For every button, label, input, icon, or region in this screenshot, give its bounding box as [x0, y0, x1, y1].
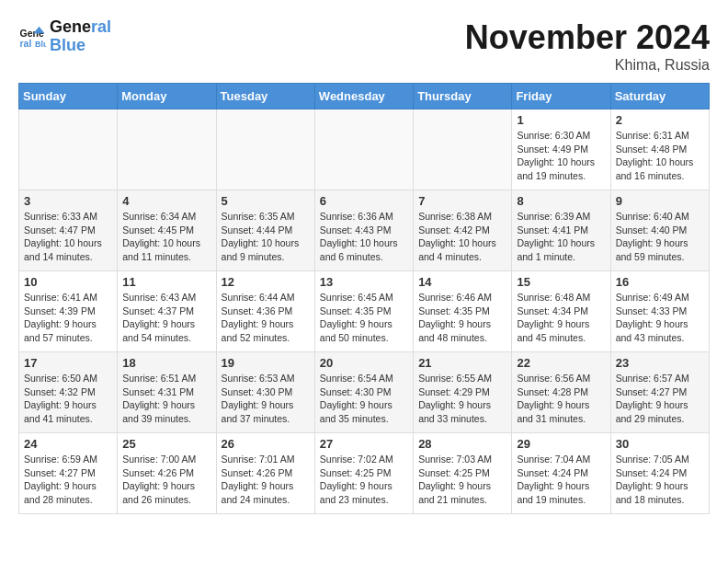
day-content: Sunrise: 6:44 AM Sunset: 4:36 PM Dayligh…: [222, 291, 310, 345]
day-number: 23: [616, 356, 704, 370]
calendar-cell: [118, 109, 216, 190]
calendar-cell: 26Sunrise: 7:01 AM Sunset: 4:26 PM Dayli…: [216, 433, 314, 514]
calendar-cell: 20Sunrise: 6:54 AM Sunset: 4:30 PM Dayli…: [314, 352, 413, 433]
calendar-body: 1Sunrise: 6:30 AM Sunset: 4:49 PM Daylig…: [19, 109, 710, 514]
day-content: Sunrise: 7:00 AM Sunset: 4:26 PM Dayligh…: [122, 453, 210, 507]
day-number: 16: [616, 275, 704, 289]
calendar-week-2: 3Sunrise: 6:33 AM Sunset: 4:47 PM Daylig…: [19, 190, 710, 271]
calendar-header-row: SundayMondayTuesdayWednesdayThursdayFrid…: [19, 84, 710, 109]
logo: Gene ral Blue GeneralBlue: [18, 18, 111, 55]
calendar-cell: [19, 109, 118, 190]
day-number: 14: [418, 275, 506, 289]
calendar-cell: 7Sunrise: 6:38 AM Sunset: 4:42 PM Daylig…: [414, 190, 512, 271]
calendar-cell: 30Sunrise: 7:05 AM Sunset: 4:24 PM Dayli…: [610, 433, 709, 514]
calendar-cell: 5Sunrise: 6:35 AM Sunset: 4:44 PM Daylig…: [216, 190, 314, 271]
calendar-table: SundayMondayTuesdayWednesdayThursdayFrid…: [18, 83, 710, 514]
day-content: Sunrise: 7:01 AM Sunset: 4:26 PM Dayligh…: [222, 453, 310, 507]
day-number: 10: [24, 275, 112, 289]
calendar-cell: 23Sunrise: 6:57 AM Sunset: 4:27 PM Dayli…: [610, 352, 709, 433]
calendar-cell: [414, 109, 512, 190]
calendar-cell: 13Sunrise: 6:45 AM Sunset: 4:35 PM Dayli…: [314, 271, 413, 352]
day-content: Sunrise: 6:56 AM Sunset: 4:28 PM Dayligh…: [517, 372, 605, 426]
day-content: Sunrise: 6:38 AM Sunset: 4:42 PM Dayligh…: [418, 210, 506, 264]
day-content: Sunrise: 6:31 AM Sunset: 4:48 PM Dayligh…: [616, 129, 704, 183]
day-content: Sunrise: 6:43 AM Sunset: 4:37 PM Dayligh…: [122, 291, 210, 345]
calendar-cell: 9Sunrise: 6:40 AM Sunset: 4:40 PM Daylig…: [610, 190, 709, 271]
day-number: 15: [517, 275, 605, 289]
calendar-cell: 6Sunrise: 6:36 AM Sunset: 4:43 PM Daylig…: [314, 190, 413, 271]
day-number: 17: [24, 356, 112, 370]
weekday-header-monday: Monday: [118, 84, 216, 109]
calendar-cell: [216, 109, 314, 190]
logo-icon: Gene ral Blue: [18, 23, 46, 51]
calendar-week-1: 1Sunrise: 6:30 AM Sunset: 4:49 PM Daylig…: [19, 109, 710, 190]
weekday-header-friday: Friday: [512, 84, 610, 109]
calendar-cell: 18Sunrise: 6:51 AM Sunset: 4:31 PM Dayli…: [118, 352, 216, 433]
day-number: 11: [122, 275, 210, 289]
day-content: Sunrise: 6:33 AM Sunset: 4:47 PM Dayligh…: [24, 210, 112, 264]
day-number: 27: [320, 437, 408, 451]
calendar-cell: 4Sunrise: 6:34 AM Sunset: 4:45 PM Daylig…: [118, 190, 216, 271]
day-content: Sunrise: 6:55 AM Sunset: 4:29 PM Dayligh…: [418, 372, 506, 426]
weekday-header-tuesday: Tuesday: [216, 84, 314, 109]
calendar-cell: 10Sunrise: 6:41 AM Sunset: 4:39 PM Dayli…: [19, 271, 118, 352]
calendar-cell: 24Sunrise: 6:59 AM Sunset: 4:27 PM Dayli…: [19, 433, 118, 514]
day-content: Sunrise: 6:46 AM Sunset: 4:35 PM Dayligh…: [418, 291, 506, 345]
weekday-header-wednesday: Wednesday: [314, 84, 413, 109]
month-title: November 2024: [465, 18, 710, 57]
day-number: 26: [222, 437, 310, 451]
calendar-cell: 27Sunrise: 7:02 AM Sunset: 4:25 PM Dayli…: [314, 433, 413, 514]
day-number: 5: [222, 194, 310, 208]
calendar-cell: 22Sunrise: 6:56 AM Sunset: 4:28 PM Dayli…: [512, 352, 610, 433]
day-number: 9: [616, 194, 704, 208]
day-number: 3: [24, 194, 112, 208]
calendar-cell: 19Sunrise: 6:53 AM Sunset: 4:30 PM Dayli…: [216, 352, 314, 433]
day-number: 22: [517, 356, 605, 370]
calendar-cell: 3Sunrise: 6:33 AM Sunset: 4:47 PM Daylig…: [19, 190, 118, 271]
day-number: 1: [517, 113, 605, 127]
calendar-week-4: 17Sunrise: 6:50 AM Sunset: 4:32 PM Dayli…: [19, 352, 710, 433]
day-content: Sunrise: 6:48 AM Sunset: 4:34 PM Dayligh…: [517, 291, 605, 345]
day-number: 20: [320, 356, 408, 370]
day-number: 13: [320, 275, 408, 289]
weekday-header-sunday: Sunday: [19, 84, 118, 109]
day-number: 7: [418, 194, 506, 208]
day-content: Sunrise: 7:05 AM Sunset: 4:24 PM Dayligh…: [616, 453, 704, 507]
weekday-header-thursday: Thursday: [414, 84, 512, 109]
title-area: November 2024 Khima, Russia: [465, 18, 710, 74]
day-content: Sunrise: 6:50 AM Sunset: 4:32 PM Dayligh…: [24, 372, 112, 426]
day-number: 24: [24, 437, 112, 451]
calendar-cell: [314, 109, 413, 190]
day-number: 6: [320, 194, 408, 208]
day-number: 30: [616, 437, 704, 451]
day-content: Sunrise: 6:30 AM Sunset: 4:49 PM Dayligh…: [517, 129, 605, 183]
calendar-cell: 2Sunrise: 6:31 AM Sunset: 4:48 PM Daylig…: [610, 109, 709, 190]
day-content: Sunrise: 7:04 AM Sunset: 4:24 PM Dayligh…: [517, 453, 605, 507]
day-number: 19: [222, 356, 310, 370]
day-number: 8: [517, 194, 605, 208]
day-number: 2: [616, 113, 704, 127]
calendar-cell: 15Sunrise: 6:48 AM Sunset: 4:34 PM Dayli…: [512, 271, 610, 352]
calendar-cell: 1Sunrise: 6:30 AM Sunset: 4:49 PM Daylig…: [512, 109, 610, 190]
svg-text:ral: ral: [20, 37, 32, 48]
calendar-cell: 25Sunrise: 7:00 AM Sunset: 4:26 PM Dayli…: [118, 433, 216, 514]
day-number: 29: [517, 437, 605, 451]
calendar-week-3: 10Sunrise: 6:41 AM Sunset: 4:39 PM Dayli…: [19, 271, 710, 352]
weekday-header-saturday: Saturday: [610, 84, 709, 109]
day-content: Sunrise: 7:03 AM Sunset: 4:25 PM Dayligh…: [418, 453, 506, 507]
calendar-cell: 16Sunrise: 6:49 AM Sunset: 4:33 PM Dayli…: [610, 271, 709, 352]
day-number: 25: [122, 437, 210, 451]
day-content: Sunrise: 6:57 AM Sunset: 4:27 PM Dayligh…: [616, 372, 704, 426]
calendar-cell: 17Sunrise: 6:50 AM Sunset: 4:32 PM Dayli…: [19, 352, 118, 433]
page-header: Gene ral Blue GeneralBlue November 2024 …: [18, 18, 710, 74]
day-content: Sunrise: 6:34 AM Sunset: 4:45 PM Dayligh…: [122, 210, 210, 264]
day-number: 12: [222, 275, 310, 289]
day-content: Sunrise: 6:49 AM Sunset: 4:33 PM Dayligh…: [616, 291, 704, 345]
day-number: 4: [122, 194, 210, 208]
calendar-week-5: 24Sunrise: 6:59 AM Sunset: 4:27 PM Dayli…: [19, 433, 710, 514]
location-title: Khima, Russia: [465, 57, 710, 74]
day-content: Sunrise: 6:51 AM Sunset: 4:31 PM Dayligh…: [122, 372, 210, 426]
day-content: Sunrise: 7:02 AM Sunset: 4:25 PM Dayligh…: [320, 453, 408, 507]
day-number: 18: [122, 356, 210, 370]
day-content: Sunrise: 6:41 AM Sunset: 4:39 PM Dayligh…: [24, 291, 112, 345]
